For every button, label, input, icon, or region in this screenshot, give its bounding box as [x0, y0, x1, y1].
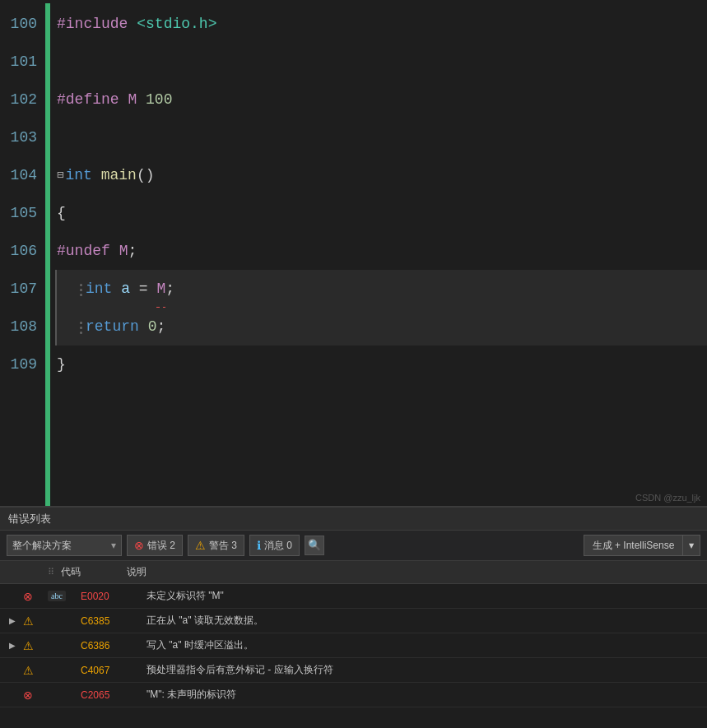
error-count-label: 错误 2 [147, 539, 175, 553]
info-filter-button[interactable]: ℹ 消息 0 [249, 535, 300, 556]
row-expand-3[interactable]: ▶ [7, 640, 23, 651]
watermark: CSDN @zzu_ljk [635, 493, 700, 503]
code-line-100: #include <stdio.h> [57, 5, 707, 43]
code-lines: #include <stdio.h> #define M 100 ⊟int ma… [57, 3, 707, 506]
table-row[interactable]: ⊗ C2065 "M": 未声明的标识符 [0, 683, 707, 707]
error-filter-button[interactable]: ⊗ 错误 2 [127, 535, 183, 556]
row-code-5: C2065 [81, 689, 147, 701]
build-dropdown: 生成 + IntelliSense ▾ [584, 535, 700, 556]
error-row-icon: ⊗ [23, 590, 33, 603]
table-header: ⠿ 代码 说明 [0, 561, 707, 584]
panel-title: 错误列表 [8, 512, 51, 526]
code-line-105: { [57, 194, 707, 232]
filter-special-icon: 🔍 [308, 539, 321, 552]
row-desc-2: 正在从 "a" 读取无效数据。 [147, 614, 700, 628]
info-icon: ℹ [257, 539, 261, 552]
row-icon-4: ⚠ [23, 664, 48, 677]
col-header-code: 代码 [61, 565, 127, 579]
row-icon-2: ⚠ [23, 614, 48, 628]
warning-row-icon: ⚠ [23, 614, 34, 628]
build-label: 生成 + IntelliSense [593, 539, 675, 553]
gutter-indicator [45, 3, 50, 506]
row-code-1: E0020 [81, 591, 147, 602]
table-row[interactable]: ⚠ C4067 预处理器指令后有意外标记 - 应输入换行符 [0, 658, 707, 683]
build-dropdown-arrow[interactable]: ▾ [683, 535, 700, 556]
row-desc-5: "M": 未声明的标识符 [147, 688, 700, 702]
solution-dropdown[interactable]: 整个解决方案 ▾ [7, 535, 122, 556]
solution-label: 整个解决方案 [12, 539, 72, 553]
code-line-101 [57, 43, 707, 81]
code-editor: 100 101 102 103 104 105 106 107 108 109 … [0, 0, 707, 506]
row-abc-badge: abc [48, 591, 66, 601]
code-line-107: int a = M; [55, 270, 707, 308]
warning-filter-button[interactable]: ⚠ 警告 3 [188, 535, 244, 556]
panel-title-bar: 错误列表 [0, 508, 707, 531]
row-desc-3: 写入 "a" 时缓冲区溢出。 [147, 638, 700, 652]
code-line-106: #undef M; [57, 232, 707, 270]
build-button[interactable]: 生成 + IntelliSense [584, 535, 684, 556]
row-icon-5: ⊗ [23, 689, 48, 702]
warning-row-icon: ⚠ [23, 664, 34, 677]
filter-special-button[interactable]: 🔍 [305, 536, 324, 555]
code-line-102: #define M 100 [57, 81, 707, 118]
row-icon-3: ⚠ [23, 639, 48, 652]
row-expand-2[interactable]: ▶ [7, 615, 23, 627]
expand-icon[interactable]: ▶ [7, 640, 18, 651]
code-line-109: } [57, 345, 707, 383]
code-line-104: ⊟int main() [57, 156, 707, 194]
error-row-icon: ⊗ [23, 689, 33, 702]
warning-count-label: 警告 3 [209, 539, 237, 553]
build-arrow-icon: ▾ [687, 537, 695, 554]
table-row[interactable]: ▶ ⚠ C6386 写入 "a" 时缓冲区溢出。 [0, 633, 707, 658]
row-icon-1: ⊗ [23, 590, 48, 603]
error-icon: ⊗ [134, 539, 144, 552]
row-desc-4: 预处理器指令后有意外标记 - 应输入换行符 [147, 663, 700, 677]
warning-row-icon: ⚠ [23, 639, 34, 652]
table-row[interactable]: ⊗ abc E0020 未定义标识符 "M" [0, 584, 707, 609]
code-line-103 [57, 118, 707, 156]
col-header-desc: 说明 [127, 565, 700, 579]
error-table: ⊗ abc E0020 未定义标识符 "M" ▶ ⚠ C6385 正在从 "a"… [0, 584, 707, 728]
dropdown-arrow-icon: ▾ [111, 540, 116, 551]
row-code-2: C6385 [81, 615, 147, 627]
row-code-4: C4067 [81, 665, 147, 676]
line-numbers: 100 101 102 103 104 105 106 107 108 109 [0, 3, 45, 506]
table-row[interactable]: ▶ ⚠ C6385 正在从 "a" 读取无效数据。 [0, 609, 707, 633]
code-line-108: return 0; [55, 308, 707, 345]
info-count-label: 消息 0 [264, 539, 292, 553]
bottom-panel: 错误列表 整个解决方案 ▾ ⊗ 错误 2 ⚠ 警告 3 ℹ 消息 0 🔍 [0, 506, 707, 728]
warning-icon: ⚠ [195, 539, 206, 552]
expand-icon[interactable]: ▶ [7, 615, 18, 627]
row-code-3: C6386 [81, 640, 147, 651]
drag-handle-icon: ⠿ [48, 567, 54, 577]
row-desc-1: 未定义标识符 "M" [147, 589, 700, 603]
toolbar: 整个解决方案 ▾ ⊗ 错误 2 ⚠ 警告 3 ℹ 消息 0 🔍 生成 + Int… [0, 531, 707, 561]
